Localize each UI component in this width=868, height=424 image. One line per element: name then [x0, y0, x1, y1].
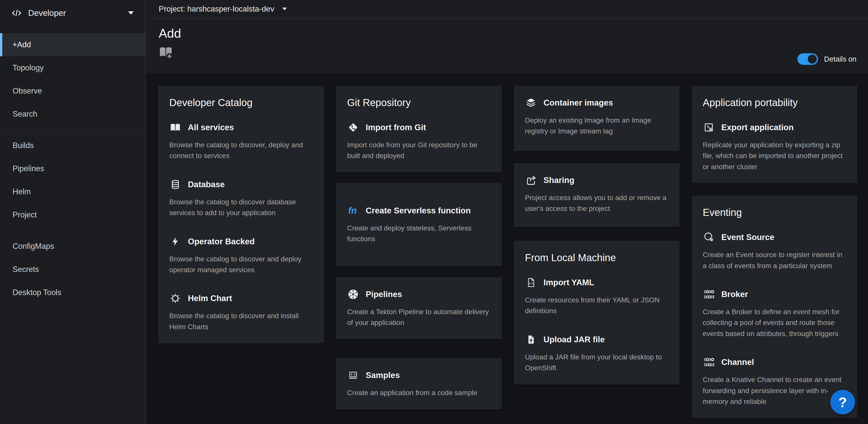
item-label: Sharing	[544, 175, 575, 185]
sidebar: Developer +Add Topology Observe Search B…	[0, 0, 146, 424]
item-label: Helm Chart	[188, 293, 232, 303]
sidebar-item-configmaps[interactable]: ConfigMaps	[0, 235, 145, 258]
item-label: All services	[188, 123, 234, 132]
item-label: Container images	[544, 98, 613, 108]
import-yaml-item[interactable]: Import YAML Create resources from their …	[525, 277, 669, 316]
export-application-item[interactable]: Export application Replicate your applic…	[703, 121, 846, 172]
project-selector[interactable]: Project: harshcasper-localsta-dev	[146, 0, 868, 18]
item-label: Import YAML	[544, 278, 594, 287]
sidebar-divider	[0, 230, 145, 231]
laptop-code-icon	[347, 369, 359, 381]
item-description: Import code from your Git repository to …	[347, 140, 491, 161]
help-button[interactable]: ?	[830, 390, 855, 415]
svg-text:fn: fn	[348, 205, 357, 216]
sidebar-item-observe[interactable]: Observe	[0, 79, 145, 103]
bolt-icon	[169, 235, 181, 248]
serverless-function-card: fn Create Serverless function Create and…	[336, 183, 502, 266]
card-column-3: Container images Deploy an existing Imag…	[514, 86, 680, 385]
sidebar-item-pipelines[interactable]: Pipelines	[0, 157, 145, 180]
sidebar-item-secrets[interactable]: Secrets	[0, 258, 145, 281]
item-label: Channel	[721, 358, 754, 367]
item-description: Project access allows you to add or remo…	[525, 192, 669, 214]
item-description: Create an application from a code sample	[347, 387, 491, 398]
eventing-card: Eventing Event Source Create an Event s	[692, 196, 858, 418]
perspective-switcher[interactable]: Developer	[0, 0, 145, 26]
binary-channel-icon	[703, 356, 715, 368]
card-column-1: Developer Catalog All services Browse th…	[158, 86, 324, 343]
sidebar-item-builds[interactable]: Builds	[0, 134, 145, 157]
all-services-item[interactable]: All services Browse the catalog to disco…	[169, 121, 313, 161]
layers-icon	[525, 97, 537, 109]
sidebar-item-topology[interactable]: Topology	[0, 56, 145, 79]
database-item[interactable]: Database Browse the catalog to discover …	[169, 178, 313, 219]
question-mark-icon: ?	[838, 394, 847, 411]
sidebar-divider	[0, 130, 145, 130]
chevron-down-icon	[282, 7, 287, 10]
item-description: Create a Tekton Pipeline to automate del…	[347, 306, 491, 328]
share-square-icon	[525, 174, 537, 186]
code-icon	[11, 8, 22, 18]
item-label: Import from Git	[366, 123, 426, 132]
item-label: Broker	[721, 289, 748, 299]
git-repository-card: Git Repository Import from Git	[336, 86, 502, 172]
item-label: Event Source	[721, 232, 774, 242]
chevron-down-icon	[128, 11, 134, 15]
card-column-2: Git Repository Import from Git	[336, 86, 502, 409]
serverless-fn-icon: fn	[347, 205, 359, 217]
file-code-icon	[525, 277, 537, 288]
details-toggle-switch[interactable]	[798, 53, 818, 65]
item-label: Pipelines	[366, 289, 402, 299]
event-source-item[interactable]: Event Source Create an Event source to r…	[703, 231, 846, 271]
card-title: Git Repository	[347, 97, 491, 108]
project-selector-label: Project: harshcasper-localsta-dev	[159, 4, 274, 13]
sharing-item[interactable]: Sharing Project access allows you to add…	[525, 174, 669, 214]
open-book-icon	[169, 121, 181, 134]
details-toggle-label: Details on	[824, 55, 857, 63]
samples-item[interactable]: Samples Create an application from a cod…	[347, 369, 491, 398]
pipelines-card: Pipelines Create a Tekton Pipeline to au…	[336, 277, 502, 339]
details-toggle-group: Details on	[798, 53, 857, 65]
sidebar-item-add[interactable]: +Add	[0, 33, 145, 56]
helm-wheel-icon	[169, 292, 181, 304]
sidebar-item-helm[interactable]: Helm	[0, 180, 145, 203]
page-header: Add Details on	[146, 18, 868, 74]
container-images-item[interactable]: Container images Deploy an existing Imag…	[525, 97, 669, 137]
sidebar-item-desktop-tools[interactable]: Desktop Tools	[0, 281, 145, 304]
card-title: From Local Machine	[525, 252, 669, 263]
pipelines-item[interactable]: Pipelines Create a Tekton Pipeline to au…	[347, 288, 491, 328]
item-label: Upload JAR file	[544, 335, 605, 344]
toggle-knob	[808, 55, 817, 64]
git-icon	[347, 121, 359, 134]
quick-start-book-plus-icon[interactable]	[159, 46, 173, 60]
item-description: Create a Knative Channel to create an ev…	[703, 374, 846, 407]
card-column-4: Application portability Export applicati…	[692, 86, 858, 418]
sidebar-nav: +Add Topology Observe Search Builds Pipe…	[0, 26, 145, 304]
card-title: Eventing	[703, 206, 846, 218]
item-label: Samples	[366, 370, 400, 380]
channel-item[interactable]: Channel Create a Knative Channel to crea…	[703, 356, 846, 407]
sharing-card: Sharing Project access allows you to add…	[514, 163, 680, 227]
item-label: Database	[188, 180, 225, 189]
item-description: Browse the catalog to discover database …	[169, 197, 313, 219]
broker-item[interactable]: Broker Create a Broker to define an even…	[703, 288, 846, 339]
application-portability-card: Application portability Export applicati…	[692, 86, 858, 183]
item-description: Create and deploy stateless, Serverless …	[347, 223, 491, 245]
helm-chart-item[interactable]: Helm Chart Browse the catalog to discove…	[169, 292, 313, 332]
create-serverless-function-item[interactable]: fn Create Serverless function Create and…	[347, 205, 491, 245]
operator-backed-item[interactable]: Operator Backed Browse the catalog to di…	[169, 235, 313, 276]
database-icon	[169, 178, 181, 191]
sidebar-item-project[interactable]: Project	[0, 203, 145, 226]
item-description: Create resources from their YAML or JSON…	[525, 294, 669, 316]
item-description: Browse the catalog to discover, deploy a…	[169, 140, 313, 161]
card-title: Developer Catalog	[169, 97, 313, 108]
developer-catalog-card: Developer Catalog All services Browse th…	[158, 86, 324, 343]
upload-jar-item[interactable]: Upload JAR file Upload a JAR file from y…	[525, 334, 669, 373]
item-label: Create Serverless function	[366, 206, 471, 216]
item-description: Create a Broker to define an event mesh …	[703, 306, 846, 339]
item-description: Deploy an existing Image from an Image r…	[525, 115, 669, 137]
binary-broker-icon	[703, 288, 715, 300]
sidebar-item-search[interactable]: Search	[0, 103, 145, 126]
tekton-pipelines-icon	[347, 288, 359, 300]
item-description: Browse the catalog to discover and deplo…	[169, 254, 313, 276]
import-from-git-item[interactable]: Import from Git Import code from your Gi…	[347, 121, 491, 161]
